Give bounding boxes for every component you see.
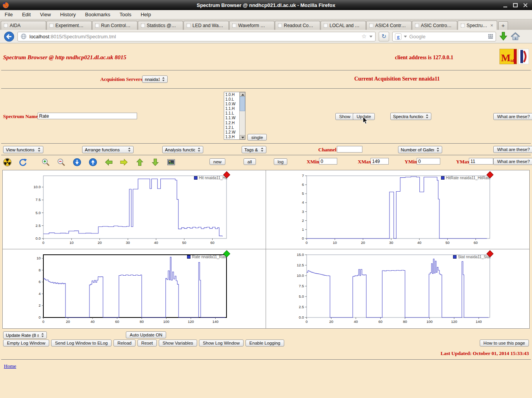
back-button[interactable] bbox=[4, 31, 14, 42]
update-button[interactable]: Update bbox=[353, 113, 375, 120]
zoom-out-icon[interactable] bbox=[57, 158, 65, 166]
menu-history[interactable]: History bbox=[60, 12, 76, 17]
downloads-icon[interactable] bbox=[499, 32, 508, 41]
list-item[interactable]: 1.2.W bbox=[224, 130, 239, 135]
auto-update-button[interactable]: Auto Update ON bbox=[126, 331, 166, 338]
url-bar[interactable]: localhost :8015/Spectrum/Spectrum.tml ☆ bbox=[17, 32, 376, 41]
scrollbar-thumb[interactable] bbox=[240, 96, 245, 111]
tab-asic-contro[interactable]: ASIC Contro… bbox=[412, 21, 457, 30]
pan-left-icon[interactable] bbox=[105, 158, 113, 166]
reload-button[interactable]: ↻ bbox=[379, 32, 389, 41]
tab-statistics[interactable]: Statistics @… bbox=[138, 21, 183, 30]
circle-arrow-down-icon[interactable] bbox=[73, 158, 81, 166]
home-icon[interactable] bbox=[511, 32, 520, 41]
acquisition-server-select[interactable]: nnaida11 bbox=[142, 75, 168, 83]
show-button[interactable]: Show bbox=[335, 113, 354, 120]
ymin-input[interactable] bbox=[417, 158, 440, 165]
empty-log-window-button[interactable]: Empty Log Window bbox=[3, 340, 49, 347]
tab-aida[interactable]: AIDA bbox=[1, 21, 46, 30]
enable-logging-button[interactable]: Enable Logging bbox=[245, 340, 284, 347]
listbox-scrollbar[interactable] bbox=[239, 92, 245, 139]
what-are-these-button-3[interactable]: What are these? bbox=[493, 158, 532, 165]
log-button[interactable]: log bbox=[274, 158, 287, 165]
tab-readout-co[interactable]: Readout Co… bbox=[275, 21, 320, 30]
menu-help[interactable]: Help bbox=[141, 12, 151, 17]
list-item[interactable]: 1.1.L bbox=[224, 111, 239, 116]
tags-fits-select[interactable]: Tags & Fits bbox=[242, 146, 266, 153]
arrange-functions-select[interactable]: Arrange functions bbox=[82, 146, 134, 153]
tab-run-control[interactable]: Run Control… bbox=[92, 21, 137, 30]
list-item[interactable]: 1.3.H bbox=[224, 135, 239, 139]
menu-tools[interactable]: Tools bbox=[120, 12, 131, 17]
tab-asic4-contr[interactable]: ASIC4 Contr… bbox=[366, 21, 412, 30]
scrollbar-track[interactable] bbox=[240, 96, 245, 135]
reload-button[interactable]: Reload bbox=[113, 340, 135, 347]
search-engine-dropdown-icon[interactable] bbox=[404, 36, 407, 38]
chart-panel-hitrate[interactable]: 012345670102030405060HitRate nnaida11_Hi… bbox=[266, 170, 529, 249]
list-item[interactable]: 1.0.W bbox=[224, 102, 239, 106]
chart-panel-stat[interactable]: 0.02.55.07.510.012.515.00204060801001201… bbox=[266, 249, 529, 328]
spectra-functions-select[interactable]: Spectra functions bbox=[390, 113, 431, 120]
zoom-in-icon[interactable] bbox=[41, 158, 50, 166]
view-functions-select[interactable]: View functions bbox=[3, 146, 43, 153]
what-are-these-button-2[interactable]: What are these? bbox=[493, 146, 532, 153]
single-button[interactable]: single bbox=[247, 134, 267, 141]
bookmark-star-icon[interactable]: ☆ bbox=[362, 33, 367, 40]
analysis-functions-select[interactable]: Analysis functions bbox=[162, 146, 203, 153]
chart-plot[interactable]: 0246810020406080100120140 bbox=[3, 249, 265, 328]
list-item[interactable]: 1.2.L bbox=[224, 125, 239, 130]
list-item[interactable]: 1.1.H bbox=[224, 106, 239, 111]
new-tab-button[interactable]: + bbox=[498, 21, 508, 30]
menu-edit[interactable]: Edit bbox=[22, 12, 31, 17]
tab-local-and[interactable]: LOCAL and … bbox=[321, 21, 366, 30]
minimize-button[interactable] bbox=[503, 3, 508, 8]
spectrum-name-input[interactable] bbox=[38, 113, 137, 119]
xmax-input[interactable] bbox=[371, 158, 389, 165]
menu-file[interactable]: File bbox=[5, 12, 13, 17]
tab-waveform[interactable]: Waveform … bbox=[229, 21, 275, 30]
maximize-button[interactable] bbox=[513, 3, 518, 8]
list-item[interactable]: 1.2.H bbox=[224, 121, 239, 125]
all-button[interactable]: all bbox=[244, 158, 256, 165]
list-item[interactable]: 1.0.H bbox=[224, 93, 239, 97]
channel-input[interactable] bbox=[337, 146, 362, 153]
show-variables-button[interactable]: Show Variables bbox=[159, 340, 197, 347]
show-log-window-button[interactable]: Show Log Window bbox=[199, 340, 244, 347]
close-button[interactable] bbox=[523, 3, 528, 8]
chart-plot[interactable]: 012345670102030405060 bbox=[266, 170, 529, 249]
chart-panel-hit[interactable]: 0.02.55.07.510.00102030405060Hit nnaida1… bbox=[3, 170, 266, 249]
tab-close-icon[interactable] bbox=[489, 23, 494, 28]
search-bar[interactable]: g Google bbox=[392, 32, 496, 41]
menu-view[interactable]: View bbox=[40, 12, 51, 17]
what-are-these-button-1[interactable]: What are these? bbox=[493, 113, 532, 120]
pan-down-icon[interactable] bbox=[151, 158, 160, 166]
new-button[interactable]: new bbox=[209, 158, 225, 165]
pan-up-icon[interactable] bbox=[136, 158, 144, 166]
home-link[interactable]: Home bbox=[4, 363, 16, 369]
chart-panel-rate[interactable]: 0246810020406080100120140Rate nnaida11_R… bbox=[3, 249, 266, 328]
menu-bookmarks[interactable]: Bookmarks bbox=[85, 12, 110, 17]
snapshot-icon[interactable] bbox=[167, 158, 175, 166]
how-to-use-button[interactable]: How to use this page bbox=[480, 340, 529, 347]
refresh-icon[interactable] bbox=[19, 158, 27, 166]
circle-arrow-up-icon[interactable] bbox=[89, 158, 97, 166]
chart-plot[interactable]: 0.02.55.07.510.012.515.00204060801001201… bbox=[266, 249, 529, 328]
list-item[interactable]: 1.0.L bbox=[224, 97, 239, 102]
send-log-window-to-elog-button[interactable]: Send Log Window to ELog bbox=[51, 340, 112, 347]
list-item[interactable]: 1.1.W bbox=[224, 116, 239, 120]
tab-experiment[interactable]: Experiment… bbox=[46, 21, 92, 30]
ymax-input[interactable] bbox=[469, 158, 493, 165]
radiation-icon[interactable] bbox=[3, 158, 12, 166]
scroll-down-icon[interactable] bbox=[240, 135, 245, 139]
pan-right-icon[interactable] bbox=[120, 158, 128, 166]
number-of-galleries-select[interactable]: Number of Galleries bbox=[398, 146, 442, 153]
chart-plot[interactable]: 0.02.55.07.510.00102030405060 bbox=[3, 170, 265, 249]
xmin-input[interactable] bbox=[319, 158, 337, 165]
tab-spectru[interactable]: Spectru… bbox=[458, 21, 497, 30]
tab-led-and-wa[interactable]: LED and Wa… bbox=[184, 21, 229, 30]
url-dropdown-icon[interactable] bbox=[369, 36, 372, 38]
scroll-up-icon[interactable] bbox=[240, 92, 245, 96]
update-rate-select[interactable]: Update Rate (8 secs) bbox=[3, 331, 47, 339]
spectrum-listbox[interactable]: 1.0.H1.0.L1.0.W1.1.H1.1.L1.1.W1.2.H1.2.L… bbox=[224, 92, 245, 140]
reset-button[interactable]: Reset bbox=[137, 340, 157, 347]
